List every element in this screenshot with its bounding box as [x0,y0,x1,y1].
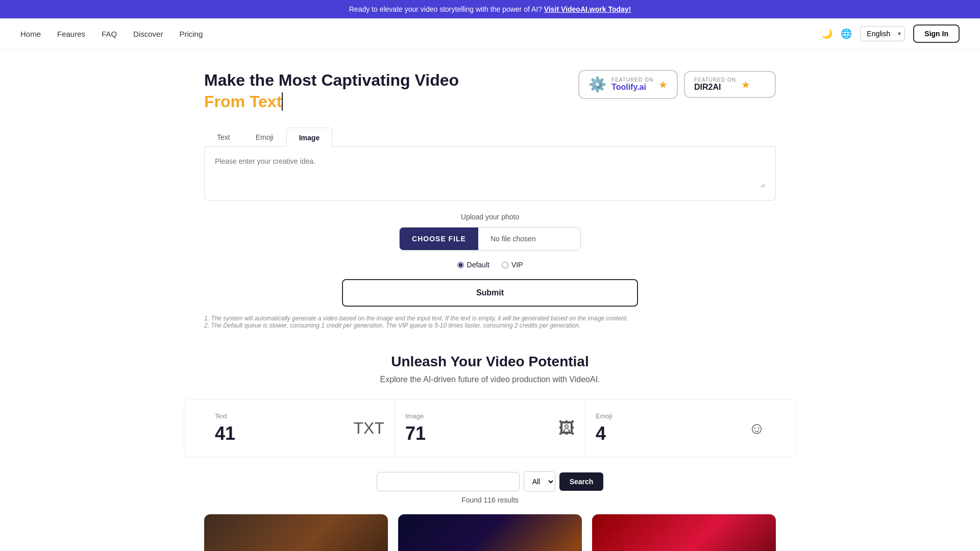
thumbnail-3 [592,514,776,551]
translate-icon[interactable]: 🌐 [841,28,852,39]
stat-emoji: Emoji 4 ☺ [585,400,775,457]
nav-home[interactable]: Home [20,30,41,38]
form-section: Text Emoji Image [184,128,796,201]
stat-text-label: Text [215,412,235,420]
sign-in-button[interactable]: Sign In [913,24,960,43]
default-radio[interactable] [457,262,464,268]
dir2ai-star: ★ [741,79,750,91]
cursor [282,92,283,111]
hero-section: Make the Most Captivating Video From Tex… [184,70,796,112]
stat-image-label: Image [405,412,426,420]
emoji-icon: ☺ [748,419,765,438]
results-count: Found 116 results [461,496,519,504]
file-chosen-label: No file chosen [478,228,580,250]
nav-links: Home Feaures FAQ Discover Pricing [20,30,821,38]
vip-radio[interactable] [502,262,508,268]
nav-discover[interactable]: Discover [133,30,163,38]
stat-image-info: Image 71 [405,412,426,444]
toolify-info: FEATURED ON Toolify.ai [611,77,653,92]
unleash-section: Unleash Your Video Potential Explore the… [184,354,796,384]
stat-image: Image 71 🖼 [395,400,585,457]
toolify-name: Toolify.ai [611,83,653,92]
toolify-icon: ⚙️ [589,76,606,93]
dir2ai-name: DIR2AI [694,83,736,92]
image-icon: 🖼 [558,419,575,438]
nav-features[interactable]: Feaures [57,30,85,38]
dir2ai-info: FEATURED ON DIR2AI [694,77,736,92]
toolify-star: ★ [658,79,668,91]
hero-title-main: Make the Most Captivating Video [204,71,459,89]
thumbnails-row [184,514,796,551]
nav-right: 🌙 🌐 English Sign In [821,24,960,43]
file-input-wrapper: CHOOSE FILE No file chosen [399,227,581,251]
stat-emoji-info: Emoji 4 [596,412,612,444]
queue-radio-group: Default VIP [0,261,980,269]
toolify-badge: ⚙️ FEATURED ON Toolify.ai ★ [578,70,678,99]
form-box [204,147,776,201]
submit-section: Submit [184,279,796,307]
language-wrapper: English [860,26,905,41]
tab-emoji[interactable]: Emoji [243,128,286,146]
top-banner: Ready to elevate your video storytelling… [0,0,980,18]
hero-title: Make the Most Captivating Video From Tex… [204,70,558,112]
default-radio-label[interactable]: Default [457,261,489,269]
language-select[interactable]: English [860,26,905,41]
stat-emoji-label: Emoji [596,412,612,420]
nav-faq[interactable]: FAQ [102,30,117,38]
tab-text[interactable]: Text [204,128,243,146]
dir2ai-badge: FEATURED ON DIR2AI ★ [684,71,776,98]
thumb-face-3 [592,514,776,551]
thumbnail-1 [204,514,388,551]
nav-pricing[interactable]: Pricing [179,30,203,38]
tab-image[interactable]: Image [286,128,332,147]
search-controls: All Search [377,471,604,492]
upload-label: Upload your photo [204,213,776,221]
dir2ai-label: FEATURED ON [694,77,736,83]
upload-section: Upload your photo CHOOSE FILE No file ch… [184,213,796,251]
vip-radio-text: VIP [511,261,523,269]
hero-title-highlight: From Text [204,92,282,111]
thumbnail-2 [398,514,582,551]
stat-text-info: Text 41 [215,412,235,444]
navbar: Home Feaures FAQ Discover Pricing 🌙 🌐 En… [0,18,980,49]
badge-container: ⚙️ FEATURED ON Toolify.ai ★ FEATURED ON … [578,70,776,99]
note-2: 2. The Default queue is slower, consumin… [204,322,776,329]
creative-idea-input[interactable] [215,157,765,188]
default-radio-text: Default [467,261,489,269]
stats-row: Text 41 TXT Image 71 🖼 Emoji 4 ☺ [184,399,796,457]
category-select[interactable]: All [524,471,555,492]
thumb-face-2 [398,514,582,551]
search-button[interactable]: Search [559,472,604,491]
notes: 1. The system will automatically generat… [184,315,796,329]
submit-button[interactable]: Submit [342,279,638,307]
search-row: All Search Found 116 results [184,471,796,504]
text-icon: TXT [354,419,384,438]
note-1: 1. The system will automatically generat… [204,315,776,322]
search-input[interactable] [377,472,520,491]
stat-image-value: 71 [405,423,426,444]
vip-radio-label[interactable]: VIP [502,261,523,269]
unleash-description: Explore the AI-driven future of video pr… [204,375,776,384]
unleash-title: Unleash Your Video Potential [204,354,776,370]
stat-text: Text 41 TXT [205,400,395,457]
dark-mode-icon[interactable]: 🌙 [821,28,832,39]
banner-link[interactable]: Visit VideoAI.work Today! [544,5,631,13]
stat-text-value: 41 [215,423,235,444]
tabs: Text Emoji Image [204,128,776,147]
thumb-face-1 [204,514,388,551]
banner-text: Ready to elevate your video storytelling… [349,5,542,13]
hero-left: Make the Most Captivating Video From Tex… [204,70,558,112]
choose-file-button[interactable]: CHOOSE FILE [400,228,478,250]
stat-emoji-value: 4 [596,423,612,444]
toolify-label: FEATURED ON [611,77,653,83]
